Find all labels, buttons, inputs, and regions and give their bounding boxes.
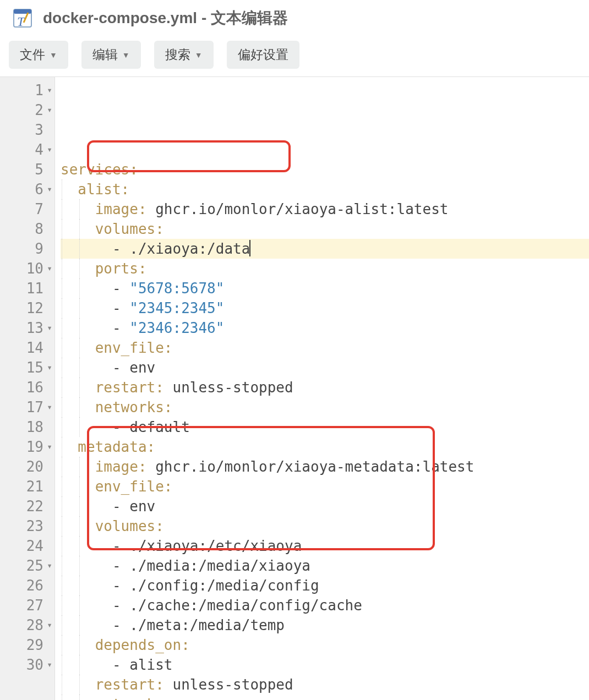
- text-cursor: [249, 240, 250, 256]
- line-number[interactable]: 1▾: [0, 80, 54, 100]
- fold-toggle-icon[interactable]: ▾: [47, 358, 52, 378]
- caret-down-icon: ▼: [50, 51, 57, 59]
- caret-down-icon: ▼: [122, 51, 130, 59]
- code-line[interactable]: - env: [61, 358, 589, 378]
- line-number[interactable]: 15▾: [0, 358, 54, 378]
- fold-toggle-icon[interactable]: ▾: [47, 437, 52, 457]
- line-number[interactable]: 29: [0, 635, 54, 655]
- code-line[interactable]: - "5678:5678": [61, 278, 589, 298]
- menu-file[interactable]: 文件▼: [9, 41, 68, 69]
- line-number[interactable]: 3: [0, 120, 54, 140]
- code-line[interactable]: - ./xiaoya:/etc/xiaoya: [61, 536, 589, 556]
- menu-prefs-label: 偏好设置: [238, 46, 288, 63]
- line-number[interactable]: 10▾: [0, 259, 54, 278]
- code-line[interactable]: restart: unless-stopped: [61, 378, 589, 397]
- fold-toggle-icon[interactable]: ▾: [47, 615, 52, 635]
- menu-search[interactable]: 搜索▼: [154, 41, 214, 69]
- menu-edit[interactable]: 编辑▼: [81, 41, 141, 69]
- line-number[interactable]: 6▾: [0, 179, 54, 199]
- line-number[interactable]: 23: [0, 516, 54, 536]
- code-line[interactable]: image: ghcr.io/monlor/xiaoya-metadata:la…: [61, 457, 589, 477]
- code-line[interactable]: image: ghcr.io/monlor/xiaoya-alist:lates…: [61, 199, 589, 219]
- code-line[interactable]: - ./xiaoya:/data: [61, 239, 589, 259]
- code-line[interactable]: metadata:: [61, 437, 589, 457]
- fold-toggle-icon[interactable]: ▾: [47, 397, 52, 417]
- code-line[interactable]: volumes:: [61, 516, 589, 536]
- fold-toggle-icon[interactable]: ▾: [47, 259, 52, 278]
- line-number[interactable]: 2▾: [0, 100, 54, 120]
- code-line[interactable]: - ./config:/media/config: [61, 576, 589, 595]
- line-number[interactable]: 16: [0, 378, 54, 397]
- line-number[interactable]: 4▾: [0, 140, 54, 160]
- fold-toggle-icon[interactable]: ▾: [47, 318, 52, 338]
- line-number[interactable]: 25▾: [0, 556, 54, 576]
- titlebar: T docker-compose.yml - 文本编辑器: [0, 0, 589, 41]
- code-line[interactable]: alist:: [61, 179, 589, 199]
- code-line[interactable]: - alist: [61, 655, 589, 675]
- code-line[interactable]: restart: unless-stopped: [61, 675, 589, 694]
- line-number[interactable]: 18: [0, 417, 54, 437]
- line-number[interactable]: 24: [0, 536, 54, 556]
- code-line[interactable]: networks:: [61, 397, 589, 417]
- code-line[interactable]: - ./meta:/media/temp: [61, 615, 589, 635]
- code-line[interactable]: - "2346:2346": [61, 318, 589, 338]
- menubar: 文件▼ 编辑▼ 搜索▼ 偏好设置: [0, 41, 589, 77]
- code-line[interactable]: ports:: [61, 259, 589, 278]
- line-number[interactable]: 8: [0, 219, 54, 239]
- line-number[interactable]: 21: [0, 477, 54, 496]
- fold-toggle-icon[interactable]: ▾: [47, 655, 52, 675]
- line-number[interactable]: 11: [0, 278, 54, 298]
- code-line[interactable]: services:: [61, 160, 589, 179]
- line-number[interactable]: 20: [0, 457, 54, 477]
- menu-preferences[interactable]: 偏好设置: [227, 41, 299, 69]
- code-editor[interactable]: 1▾2▾34▾56▾78910▾111213▾1415▾1617▾1819▾20…: [0, 77, 589, 700]
- line-number[interactable]: 12: [0, 298, 54, 318]
- window-title: docker-compose.yml - 文本编辑器: [43, 8, 288, 29]
- menu-search-label: 搜索: [165, 46, 190, 63]
- line-number[interactable]: 27: [0, 595, 54, 615]
- line-number[interactable]: 14: [0, 338, 54, 358]
- code-line[interactable]: env_file:: [61, 338, 589, 358]
- code-line[interactable]: - "2345:2345": [61, 298, 589, 318]
- line-number[interactable]: 30▾: [0, 655, 54, 675]
- line-number[interactable]: 7: [0, 199, 54, 219]
- code-area[interactable]: services: alist: image: ghcr.io/monlor/x…: [55, 77, 589, 700]
- text-editor-icon: T: [11, 7, 34, 30]
- fold-toggle-icon[interactable]: ▾: [47, 556, 52, 576]
- menu-file-label: 文件: [20, 46, 45, 63]
- line-number[interactable]: 19▾: [0, 437, 54, 457]
- line-number[interactable]: 9: [0, 239, 54, 259]
- fold-toggle-icon[interactable]: ▾: [47, 100, 52, 120]
- code-line[interactable]: depends_on:: [61, 635, 589, 655]
- menu-edit-label: 编辑: [92, 46, 118, 63]
- line-number[interactable]: 22: [0, 496, 54, 516]
- line-number[interactable]: 13▾: [0, 318, 54, 338]
- code-line[interactable]: networks:: [61, 694, 589, 700]
- code-line[interactable]: - default: [61, 417, 589, 437]
- code-line[interactable]: env_file:: [61, 477, 589, 496]
- line-number[interactable]: 5: [0, 160, 54, 179]
- line-number-gutter[interactable]: 1▾2▾34▾56▾78910▾111213▾1415▾1617▾1819▾20…: [0, 77, 55, 700]
- code-line[interactable]: - env: [61, 496, 589, 516]
- caret-down-icon: ▼: [195, 51, 203, 59]
- line-number[interactable]: 28▾: [0, 615, 54, 635]
- line-number[interactable]: 17▾: [0, 397, 54, 417]
- code-line[interactable]: - ./media:/media/xiaoya: [61, 556, 589, 576]
- fold-toggle-icon[interactable]: ▾: [47, 179, 52, 199]
- fold-toggle-icon[interactable]: ▾: [47, 140, 52, 160]
- fold-toggle-icon[interactable]: ▾: [47, 80, 52, 100]
- code-line[interactable]: - ./cache:/media/config/cache: [61, 595, 589, 615]
- code-line[interactable]: volumes:: [61, 219, 589, 239]
- line-number[interactable]: 26: [0, 576, 54, 595]
